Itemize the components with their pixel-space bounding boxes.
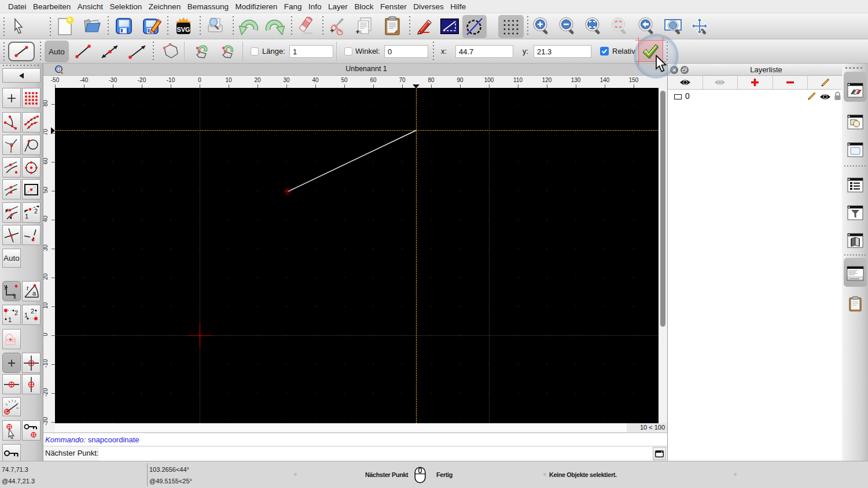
svg-text:2: 2 bbox=[34, 208, 38, 215]
svg-text:command: command bbox=[849, 277, 859, 280]
svg-text:1: 1 bbox=[25, 213, 28, 220]
svg-text:1: 1 bbox=[8, 316, 12, 323]
svg-text:r: r bbox=[27, 284, 29, 291]
svg-text:y: y bbox=[4, 283, 7, 290]
svg-text:2: 2 bbox=[31, 308, 34, 315]
svg-text:1: 1 bbox=[24, 312, 28, 319]
svg-text:SVG: SVG bbox=[176, 26, 190, 33]
svg-text:x: x bbox=[13, 294, 16, 300]
svg-text:a: a bbox=[32, 290, 36, 297]
svg-text:2: 2 bbox=[14, 309, 18, 316]
